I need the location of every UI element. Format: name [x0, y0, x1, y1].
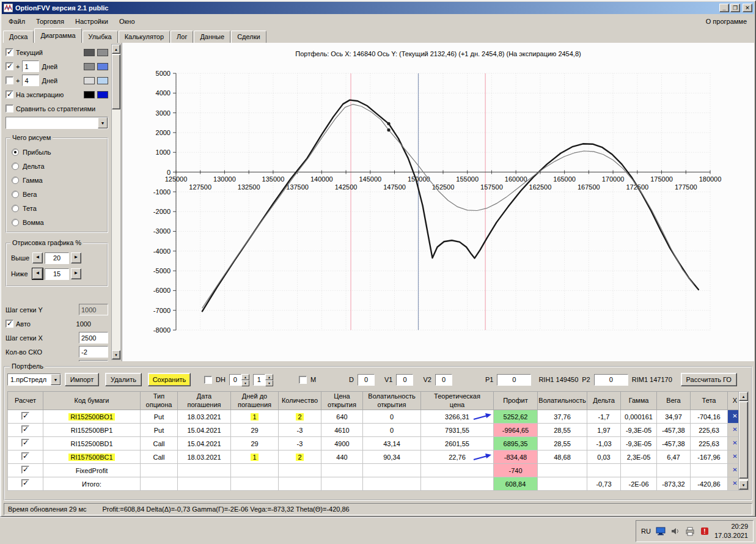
dropdown-arrow-icon[interactable]: ▼	[98, 117, 108, 128]
expiration-fill-color-swatch[interactable]	[97, 91, 108, 98]
sko-input[interactable]	[79, 346, 108, 358]
dropdown-arrow-icon[interactable]: ▼	[51, 374, 61, 385]
scroll-down-icon[interactable]: ▼	[739, 480, 748, 490]
table-scrollbar[interactable]: ▲ ▼	[738, 391, 749, 490]
radio-icon[interactable]	[12, 219, 19, 226]
dh-checkbox[interactable]	[204, 376, 212, 384]
calc-go-button[interactable]: Рассчитать ГО	[681, 373, 737, 386]
minimize-button[interactable]: _	[719, 4, 729, 12]
strategy-select[interactable]: 1.прСтредл ▼	[7, 373, 61, 386]
above-decrease-button[interactable]: ◄	[32, 252, 43, 263]
row-calc-checkbox[interactable]	[21, 479, 29, 487]
cell-type: Put	[141, 410, 178, 424]
scrollbar-thumb[interactable]	[112, 54, 120, 109]
language-indicator[interactable]: RU	[641, 527, 651, 535]
v1-input[interactable]	[396, 374, 413, 386]
current-line-color-swatch[interactable]	[84, 49, 95, 56]
compare-checkbox[interactable]	[6, 105, 13, 112]
scroll-down-icon[interactable]: ▼	[112, 350, 120, 359]
dh-spinner-2[interactable]: ▲▼	[253, 374, 273, 386]
spin-down-icon[interactable]: ▼	[241, 380, 249, 386]
plus1-days-input[interactable]	[22, 61, 39, 72]
clock[interactable]: 20:29 17.03.2021	[714, 522, 748, 540]
dh-spinner-1-value[interactable]	[229, 374, 241, 386]
tab-smile[interactable]: Улыбка	[83, 31, 118, 43]
plus4-line-color-swatch[interactable]	[84, 77, 95, 84]
p1-input[interactable]	[497, 374, 531, 386]
dh-spinner-1[interactable]: ▲▼	[229, 374, 249, 386]
menu-window[interactable]: Окно	[114, 16, 141, 27]
plus1-line-color-swatch[interactable]	[84, 63, 95, 70]
below-increase-button[interactable]: ►	[71, 268, 81, 279]
menu-settings[interactable]: Настройки	[70, 16, 114, 27]
spin-up-icon[interactable]: ▲	[265, 374, 273, 380]
row-calc-checkbox[interactable]	[21, 452, 29, 460]
volume-icon[interactable]	[670, 526, 680, 536]
spin-down-icon[interactable]: ▼	[265, 380, 273, 386]
row-calc-checkbox[interactable]	[21, 425, 29, 433]
cell-delta: -1,03	[587, 437, 621, 450]
tab-diagram[interactable]: Диаграмма	[34, 28, 81, 43]
radio-icon[interactable]	[12, 177, 19, 184]
row-calc-checkbox[interactable]	[21, 412, 29, 420]
delete-button[interactable]: Удалить	[105, 373, 142, 386]
d-input[interactable]	[358, 374, 375, 386]
column-header: Вега	[657, 392, 691, 410]
plus4-fill-color-swatch[interactable]	[97, 77, 108, 84]
row-calc-checkbox[interactable]	[21, 466, 29, 474]
tab-deals[interactable]: Сделки	[231, 31, 266, 43]
plus1-checkbox[interactable]	[6, 62, 13, 70]
menu-about[interactable]: О программе	[700, 16, 753, 27]
radio-icon[interactable]	[12, 191, 19, 198]
radio-delta[interactable]: Дельта	[8, 159, 106, 173]
radio-theta[interactable]: Тета	[8, 201, 106, 215]
menu-trading[interactable]: Торговля	[31, 16, 70, 27]
grid-y-input[interactable]	[79, 304, 108, 315]
monitor-icon[interactable]	[656, 526, 666, 536]
printer-icon[interactable]	[685, 526, 695, 536]
p2-input[interactable]	[594, 374, 628, 386]
row-calc-checkbox[interactable]	[21, 439, 29, 447]
maximize-button[interactable]: ❐	[730, 4, 740, 12]
profit-chart[interactable]: 500040003000200010000-1000-2000-3000-400…	[122, 61, 754, 348]
radio-vega[interactable]: Вега	[8, 187, 106, 201]
tab-log[interactable]: Лог	[171, 31, 193, 43]
radio-icon[interactable]	[12, 163, 19, 170]
expiration-checkbox[interactable]	[6, 90, 13, 98]
scrollbar-thumb[interactable]	[739, 402, 748, 479]
scroll-up-icon[interactable]: ▲	[739, 392, 748, 401]
sidebar-scrollbar[interactable]: ▲ ▼	[111, 44, 121, 360]
grid-x-input[interactable]	[79, 332, 108, 344]
scroll-up-icon[interactable]: ▲	[112, 45, 120, 54]
radio-icon[interactable]	[12, 149, 19, 156]
current-checkbox[interactable]	[6, 48, 13, 56]
import-button[interactable]: Импорт	[65, 373, 99, 386]
compare-strategy-select[interactable]: ▼	[6, 117, 108, 129]
above-value-input[interactable]	[45, 252, 69, 264]
tab-board[interactable]: Доска	[3, 31, 34, 43]
radio-profit[interactable]: Прибыль	[8, 145, 106, 159]
tab-data[interactable]: Данные	[194, 31, 230, 43]
menu-file[interactable]: Файл	[3, 16, 31, 27]
plus1-fill-color-swatch[interactable]	[97, 63, 108, 70]
current-fill-color-swatch[interactable]	[97, 49, 108, 56]
below-value-input[interactable]	[45, 268, 69, 280]
plus4-checkbox[interactable]	[6, 76, 13, 84]
spin-up-icon[interactable]: ▲	[241, 374, 249, 380]
close-button[interactable]: ✕	[743, 4, 752, 12]
cell-theta: 225,63	[691, 424, 728, 437]
tab-calculator[interactable]: Калькулятор	[119, 31, 170, 43]
below-decrease-button[interactable]: ◄	[32, 268, 43, 279]
expiration-line-color-swatch[interactable]	[84, 91, 95, 98]
above-increase-button[interactable]: ►	[71, 252, 81, 263]
save-button[interactable]: Сохранить	[148, 373, 191, 386]
plus4-days-input[interactable]	[22, 75, 39, 86]
radio-icon[interactable]	[12, 205, 19, 212]
dh-spinner-2-value[interactable]	[253, 374, 265, 386]
m-checkbox[interactable]	[299, 376, 307, 384]
radio-gamma[interactable]: Гамма	[8, 173, 106, 187]
radio-vomma[interactable]: Вомма	[8, 215, 106, 229]
auto-checkbox[interactable]	[6, 320, 13, 328]
v2-input[interactable]	[435, 374, 452, 386]
alert-icon[interactable]: !	[700, 526, 710, 536]
